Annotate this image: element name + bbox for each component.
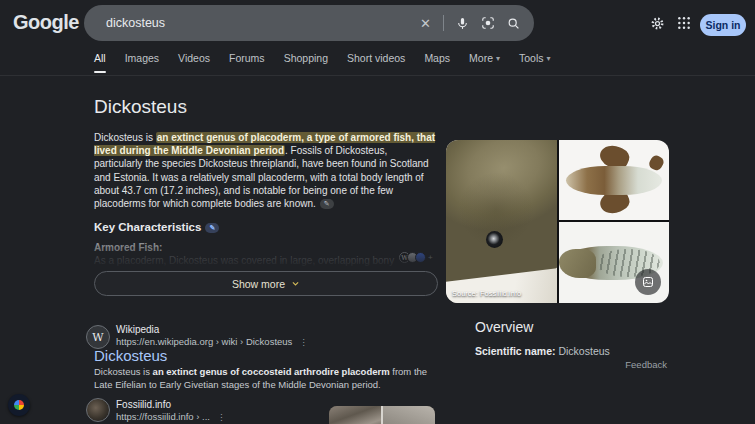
snippet-bold: an extinct genus of coccosteid arthrodir… <box>153 366 390 377</box>
source-favicon <box>415 252 426 263</box>
kebab-menu-icon[interactable]: ⋮ <box>217 412 227 422</box>
scientific-name-value[interactable]: Dickosteus <box>558 345 609 357</box>
sign-in-button[interactable]: Sign in <box>700 14 746 36</box>
thumbnail-art <box>329 406 381 424</box>
thumbnail-art <box>383 406 435 424</box>
feedback-link[interactable]: Feedback <box>625 359 667 370</box>
citation-icon[interactable]: ✎ <box>320 199 334 209</box>
nav-divider <box>0 75 755 76</box>
key-characteristics-label: Key Characteristics <box>94 221 201 233</box>
fish-head-image[interactable]: Source: Fossiilid.info <box>446 140 557 303</box>
tab-maps[interactable]: Maps <box>424 52 450 73</box>
result-title-link[interactable]: Dickosteus <box>94 347 167 364</box>
citation-icon[interactable]: ✎ <box>205 223 219 233</box>
settings-gear-icon[interactable] <box>650 16 665 31</box>
microphone-icon[interactable] <box>456 17 469 30</box>
search-icon[interactable] <box>507 17 520 30</box>
source-favicons[interactable]: W + <box>399 252 433 263</box>
search-input[interactable] <box>106 16 420 30</box>
result-url-row: https://en.wikipedia.org › wiki › Dickos… <box>116 336 309 347</box>
result-site-name[interactable]: Fossiilid.info <box>116 399 171 410</box>
floating-widget-icon <box>14 400 24 410</box>
tab-images[interactable]: Images <box>125 52 159 73</box>
lens-camera-icon[interactable] <box>481 16 495 30</box>
overview-paragraph: Dickosteus is an extinct genus of placod… <box>94 131 438 210</box>
search-bar[interactable]: ✕ <box>84 5 534 41</box>
clear-icon[interactable]: ✕ <box>420 17 431 30</box>
tab-more-label: More <box>469 52 493 64</box>
tab-all[interactable]: All <box>94 52 106 73</box>
armored-fish-subheading: Armored Fish: <box>94 242 162 253</box>
fish-head-art <box>559 249 596 278</box>
wikipedia-favicon: W <box>86 325 110 349</box>
result-snippet: Dickosteus is an extinct genus of coccos… <box>94 365 438 391</box>
result-url[interactable]: https://en.wikipedia.org › wiki › Dickos… <box>116 336 292 347</box>
chevron-down-icon <box>291 279 300 288</box>
more-sources-label: + <box>428 253 433 262</box>
chevron-down-icon: ▾ <box>547 54 551 63</box>
floating-widget-button[interactable] <box>8 394 30 416</box>
show-more-button[interactable]: Show more <box>94 271 438 296</box>
search-bar-icons: ✕ <box>420 15 520 31</box>
result-thumbnail[interactable] <box>329 406 435 424</box>
key-characteristics-heading: Key Characteristics✎ <box>94 221 219 233</box>
chevron-down-icon: ▾ <box>496 54 500 63</box>
overview-section-title: Overview <box>475 319 533 335</box>
result-url[interactable]: https://fossiilid.info › ... <box>116 411 210 422</box>
overview-text-pre: Dickosteus is <box>94 132 156 143</box>
tab-short-videos[interactable]: Short videos <box>347 52 405 73</box>
image-panel[interactable]: Source: Fossiilid.info <box>446 140 669 303</box>
result-url-row: https://fossiilid.info › ... ⋮ <box>116 411 226 422</box>
kebab-menu-icon[interactable]: ⋮ <box>299 337 309 347</box>
fish-tail-art <box>648 154 666 172</box>
kebab-menu-icon[interactable]: ⋮ <box>180 104 190 114</box>
tab-tools-label: Tools <box>519 52 544 64</box>
divider <box>443 15 444 31</box>
scientific-name-row: Scientific name: Dickosteus <box>475 345 610 357</box>
image-gallery-icon <box>642 276 654 288</box>
image-source-caption: Source: Fossiilid.info <box>452 289 521 298</box>
teaser-line: As a placoderm, Dickosteus was covered i… <box>94 255 396 266</box>
show-more-label: Show more <box>232 278 285 290</box>
snippet-pre: Dickosteus is <box>94 366 153 377</box>
fossiilid-favicon <box>86 398 110 422</box>
apps-grid-icon[interactable] <box>677 16 691 30</box>
google-logo[interactable]: Google <box>13 11 79 34</box>
tab-more[interactable]: More ▾ <box>469 52 500 73</box>
tab-forums[interactable]: Forums <box>229 52 265 73</box>
open-image-gallery-button[interactable] <box>635 269 661 295</box>
result-site-name[interactable]: Wikipedia <box>116 324 159 335</box>
tab-shopping[interactable]: Shopping <box>284 52 328 73</box>
results-nav: All Images Videos Forums Shopping Short … <box>94 52 551 73</box>
tab-videos[interactable]: Videos <box>178 52 210 73</box>
fish-top-view-image[interactable] <box>559 140 669 220</box>
scientific-name-label: Scientific name: <box>475 345 556 357</box>
fish-body-art <box>566 166 663 196</box>
page-title: Dickosteus <box>94 96 187 118</box>
google-search-page: Google ✕ <box>0 0 755 424</box>
tab-tools[interactable]: Tools ▾ <box>519 52 551 73</box>
